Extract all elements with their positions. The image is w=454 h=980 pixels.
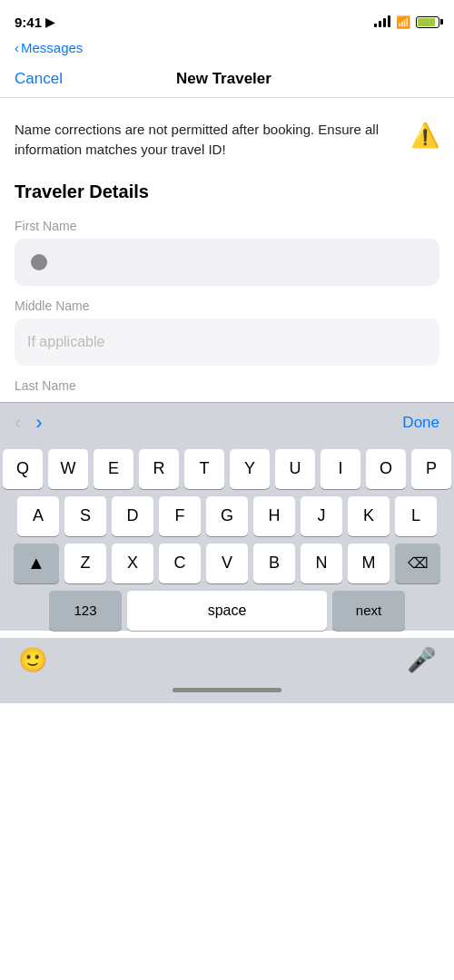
key-r[interactable]: R bbox=[139, 449, 179, 489]
keyboard-row-4: 123 space next bbox=[3, 591, 451, 631]
warning-icon: ⚠️ bbox=[410, 122, 439, 150]
key-w[interactable]: W bbox=[48, 449, 88, 489]
key-g[interactable]: G bbox=[206, 496, 248, 536]
messages-back-label: Messages bbox=[21, 40, 83, 55]
key-z[interactable]: Z bbox=[64, 544, 106, 583]
key-a[interactable]: A bbox=[17, 496, 59, 536]
key-j[interactable]: J bbox=[301, 496, 342, 536]
navigation-bar: Cancel New Traveler bbox=[0, 61, 454, 98]
key-n[interactable]: N bbox=[301, 544, 342, 583]
signal-icon bbox=[374, 16, 390, 27]
numbers-key[interactable]: 123 bbox=[49, 591, 122, 631]
key-q[interactable]: Q bbox=[3, 449, 43, 489]
messages-back-nav[interactable]: ‹ Messages bbox=[0, 40, 454, 61]
status-time: 9:41 ▶ bbox=[15, 15, 54, 30]
status-icons: 📶 bbox=[374, 15, 439, 29]
first-name-input[interactable] bbox=[15, 239, 439, 286]
key-s[interactable]: S bbox=[64, 496, 106, 536]
microphone-icon[interactable]: 🎤 bbox=[407, 646, 436, 674]
section-title: Traveler Details bbox=[15, 181, 439, 202]
key-y[interactable]: Y bbox=[230, 449, 270, 489]
delete-key[interactable]: ⌫ bbox=[395, 544, 440, 583]
key-e[interactable]: E bbox=[94, 449, 133, 489]
last-name-label: Last Name bbox=[15, 378, 439, 393]
space-key[interactable]: space bbox=[127, 591, 327, 631]
keyboard-nav-buttons: ‹ › bbox=[15, 411, 43, 435]
done-button[interactable]: Done bbox=[402, 414, 439, 432]
next-key[interactable]: next bbox=[332, 591, 405, 631]
home-bar bbox=[173, 688, 281, 692]
cancel-button[interactable]: Cancel bbox=[15, 70, 63, 88]
middle-name-group: Middle Name If applicable bbox=[15, 299, 439, 366]
key-v[interactable]: V bbox=[206, 544, 248, 583]
warning-banner: Name corrections are not permitted after… bbox=[15, 116, 439, 178]
home-indicator-bar bbox=[0, 681, 454, 703]
middle-name-input[interactable]: If applicable bbox=[15, 318, 439, 366]
main-content: Name corrections are not permitted after… bbox=[0, 98, 454, 402]
key-l[interactable]: L bbox=[395, 496, 437, 536]
key-h[interactable]: H bbox=[253, 496, 295, 536]
battery-icon bbox=[416, 16, 439, 28]
location-arrow-icon: ▶ bbox=[45, 15, 54, 29]
middle-name-label: Middle Name bbox=[15, 299, 439, 313]
shift-key[interactable]: ▲ bbox=[14, 544, 59, 583]
key-k[interactable]: K bbox=[348, 496, 390, 536]
keyboard: Q W E R T Y U I O P A S D F G H J K L ▲ … bbox=[0, 444, 454, 631]
keyboard-row-3: ▲ Z X C V B N M ⌫ bbox=[3, 544, 451, 583]
page-title: New Traveler bbox=[176, 70, 271, 88]
warning-text: Name corrections are not permitted after… bbox=[15, 120, 400, 160]
prev-field-button[interactable]: ‹ bbox=[15, 411, 21, 435]
key-i[interactable]: I bbox=[321, 449, 360, 489]
key-d[interactable]: D bbox=[112, 496, 153, 536]
key-p[interactable]: P bbox=[411, 449, 451, 489]
key-o[interactable]: O bbox=[366, 449, 406, 489]
first-name-label: First Name bbox=[15, 219, 439, 233]
chevron-left-icon: ‹ bbox=[15, 40, 19, 55]
wifi-icon: 📶 bbox=[396, 15, 410, 29]
keyboard-row-1: Q W E R T Y U I O P bbox=[3, 449, 451, 489]
next-field-button[interactable]: › bbox=[35, 411, 42, 435]
key-t[interactable]: T bbox=[184, 449, 224, 489]
middle-name-placeholder: If applicable bbox=[27, 334, 104, 350]
key-f[interactable]: F bbox=[159, 496, 201, 536]
keyboard-bottom-bar: 🙂 🎤 bbox=[0, 638, 454, 681]
key-c[interactable]: C bbox=[159, 544, 201, 583]
emoji-icon[interactable]: 🙂 bbox=[18, 646, 47, 674]
first-name-group: First Name bbox=[15, 219, 439, 286]
keyboard-row-2: A S D F G H J K L bbox=[3, 496, 451, 536]
text-cursor bbox=[31, 254, 47, 270]
status-bar: 9:41 ▶ 📶 bbox=[0, 0, 454, 40]
keyboard-toolbar: ‹ › Done bbox=[0, 402, 454, 444]
key-x[interactable]: X bbox=[112, 544, 153, 583]
key-m[interactable]: M bbox=[348, 544, 390, 583]
key-u[interactable]: U bbox=[275, 449, 315, 489]
key-b[interactable]: B bbox=[253, 544, 295, 583]
